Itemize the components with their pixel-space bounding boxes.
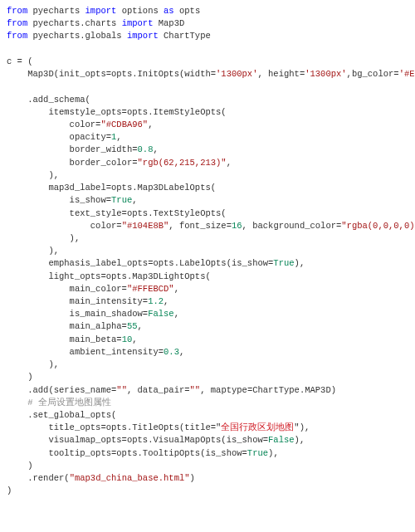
code-token: ),: [7, 233, 80, 243]
code-line: is_show=True,: [7, 195, 138, 205]
code-line: from pyecharts.globals import ChartType: [7, 31, 211, 41]
code-token: border_color=: [7, 158, 138, 168]
code-token: .render(: [7, 473, 70, 483]
code-token: ),: [295, 258, 305, 268]
code-token: , data_pair=: [127, 385, 190, 395]
code-token: .add(series_name=: [7, 385, 116, 395]
code-line: main_beta=10,: [7, 334, 138, 344]
code-token: pyecharts: [27, 6, 85, 16]
code-token: ,: [132, 195, 137, 205]
code-token: ,: [174, 309, 179, 319]
code-token: main_intensity=: [7, 296, 148, 306]
code-token: 0.8: [138, 144, 154, 154]
code-token: "rgb(62,215,213)": [138, 158, 227, 168]
code-token: border_width=: [7, 144, 138, 154]
code-token: 全国行政区划地图: [221, 422, 294, 432]
code-token: main_color=: [7, 284, 127, 294]
code-token: ),: [7, 246, 59, 256]
code-token: ): [7, 372, 33, 382]
code-token: , height=: [257, 69, 305, 79]
code-token: 55: [127, 321, 138, 331]
code-token: # 全局设置地图属性: [7, 398, 111, 408]
code-token: ): [190, 473, 195, 483]
code-token: ,: [174, 284, 179, 294]
code-token: title_opts=opts.TitleOpts(title=": [7, 422, 221, 432]
code-line: .render("map3d_china_base.html"): [7, 473, 195, 483]
code-token: opacity=: [7, 132, 111, 142]
code-line: .add_schema(: [7, 95, 90, 105]
code-line: border_color="rgb(62,215,213)",: [7, 158, 232, 168]
code-line: ),: [7, 359, 59, 369]
code-token: 10: [122, 334, 133, 344]
code-token: itemstyle_opts=opts.ItemStyleOpts(: [7, 107, 227, 117]
code-token: ,: [179, 347, 184, 357]
code-line: c = (: [7, 56, 33, 66]
code-token: .add_schema(: [7, 95, 90, 105]
code-token: visualmap_opts=opts.VisualMapOpts(is_sho…: [7, 435, 268, 445]
code-line: ): [7, 461, 33, 471]
code-token: 16: [232, 221, 242, 231]
code-token: ambient_intensity=: [7, 347, 164, 357]
code-token: light_opts=opts.Map3DLightOpts(: [7, 271, 211, 281]
code-line: ),: [7, 246, 59, 256]
code-line: main_color="#FFEBCD",: [7, 284, 179, 294]
code-line: ),: [7, 170, 59, 180]
code-token: color=: [7, 221, 122, 231]
code-token: "#FFEBCD": [127, 284, 174, 294]
code-token: ): [7, 486, 12, 495]
code-token: opts: [174, 6, 201, 16]
code-token: pyecharts.charts: [27, 18, 121, 28]
code-line: color="#CDBA96",: [7, 120, 153, 129]
code-token: main_alpha=: [7, 321, 127, 331]
code-line: main_intensity=1.2,: [7, 296, 168, 306]
code-line: border_width=0.8,: [7, 144, 159, 154]
code-token: , maptype=ChartType.MAP3D): [200, 385, 336, 395]
code-line: text_style=opts.TextStyleOpts(: [7, 208, 227, 218]
code-line: opacity=1,: [7, 132, 122, 142]
code-token: "map3d_china_base.html": [70, 473, 190, 483]
code-token: as: [164, 6, 174, 16]
code-token: "#CDBA96": [100, 120, 148, 129]
code-token: emphasis_label_opts=opts.LabelOpts(is_sh…: [7, 258, 273, 268]
code-line: light_opts=opts.Map3DLightOpts(: [7, 271, 211, 281]
code-line: main_alpha=55,: [7, 321, 143, 331]
code-token: ,: [227, 158, 232, 168]
code-token: map3d_label=opts.Map3DLabelOpts(: [7, 183, 216, 193]
code-token: 1.2: [148, 296, 164, 306]
code-token: main_beta=: [7, 334, 122, 344]
code-token: False: [268, 435, 295, 445]
code-line: ): [7, 486, 12, 495]
code-token: options: [116, 6, 164, 16]
code-token: from: [7, 6, 27, 16]
code-token: ),: [268, 448, 279, 458]
code-token: ChartType: [159, 31, 211, 41]
code-token: ): [7, 461, 33, 471]
code-token: import: [122, 18, 154, 28]
code-line: emphasis_label_opts=opts.LabelOpts(is_sh…: [7, 258, 305, 268]
code-token: Map3D: [153, 18, 184, 28]
code-line: .set_global_opts(: [7, 410, 116, 420]
code-line: ambient_intensity=0.3,: [7, 347, 184, 357]
code-line: # 全局设置地图属性: [7, 398, 111, 408]
code-token: '1300px': [305, 69, 346, 79]
code-line: .add(series_name="", data_pair="", mapty…: [7, 385, 336, 395]
code-token: Map3D(init_opts=opts.InitOpts(width=: [7, 69, 216, 79]
code-line: visualmap_opts=opts.VisualMapOpts(is_sho…: [7, 435, 305, 445]
code-token: tooltip_opts=opts.TooltipOpts(is_show=: [7, 448, 247, 458]
code-token: ,: [132, 334, 137, 344]
code-token: ,: [164, 296, 168, 306]
code-line: from pyecharts import options as opts: [7, 6, 200, 16]
code-token: ,: [138, 321, 143, 331]
code-token: , background_color=: [242, 221, 342, 231]
code-line: color="#104E8B", font_size=16, backgroun…: [7, 221, 415, 231]
code-token: import: [85, 6, 117, 16]
code-line: is_main_shadow=False,: [7, 309, 179, 319]
code-token: True: [247, 448, 268, 458]
code-token: ,bg_color=: [347, 69, 399, 79]
code-token: True: [273, 258, 294, 268]
code-token: '1300px': [216, 69, 257, 79]
code-line: ),: [7, 233, 80, 243]
code-token: ,: [116, 132, 121, 142]
code-token: text_style=opts.TextStyleOpts(: [7, 208, 227, 218]
code-line: ): [7, 372, 33, 382]
